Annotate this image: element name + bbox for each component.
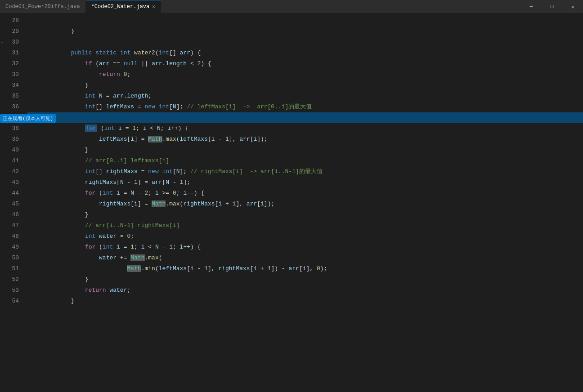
ln-42: 42 <box>0 166 22 177</box>
code-line-51: } <box>27 263 583 274</box>
code-line-53: } <box>27 285 583 296</box>
code-line-43: for (int i = N - 2; i >= 0; i--) { <box>27 177 583 188</box>
code-line-52: return water; <box>27 274 583 285</box>
code-content[interactable]: } public static int water2(int[] arr) { … <box>27 13 583 392</box>
ln-37: 37 <box>0 112 22 123</box>
ln-47: 47 <box>0 220 22 231</box>
tab-code01[interactable]: Code01_Power2Diffs.java <box>0 0 86 13</box>
tab-code02[interactable]: *Code02_Water.java ✕ <box>86 0 161 13</box>
close-button[interactable]: ✕ <box>562 0 583 13</box>
tab-label-code01: Code01_Power2Diffs.java <box>5 4 80 10</box>
code-area: 正在观看(仅本人可见) 28 29 30 31 32 33 34 35 36 3… <box>0 13 583 392</box>
ln-33: 33 <box>0 69 22 80</box>
code-line-48: for (int i = 1; i < N - 1; i++) { <box>27 231 583 242</box>
tab-bar: Code01_Power2Diffs.java *Code02_Water.ja… <box>0 0 583 13</box>
ln-31: 31 <box>0 48 22 58</box>
ln-54: 54 <box>0 296 22 307</box>
ln-48: 48 <box>0 231 22 242</box>
code-line-44: rightMaxs[i] = Math.max(rightMaxs[i + 1]… <box>27 188 583 199</box>
code-line-50: Math.min(leftMaxs[i - 1], rightMaxs[i + … <box>27 253 583 263</box>
ln-46: 46 <box>0 209 22 220</box>
ln-39: 39 <box>0 134 22 145</box>
minimize-button[interactable]: ─ <box>521 0 542 13</box>
ln-30: 30 <box>0 37 22 48</box>
window-controls: ─ □ ✕ <box>521 0 583 13</box>
ln-52: 52 <box>0 274 22 285</box>
code-line-30: public static int water2(int[] arr) { <box>27 37 583 48</box>
code-line-28: } <box>27 15 583 26</box>
code-line-40: // arr[0..i] leftmaxs[i] <box>27 145 583 156</box>
code-line-39: } <box>27 134 583 145</box>
ln-44: 44 <box>0 188 22 199</box>
line-numbers: 28 29 30 31 32 33 34 35 36 37 38 39 40 4… <box>0 13 27 392</box>
ln-45: 45 <box>0 199 22 209</box>
code-line-45: } <box>27 199 583 209</box>
code-line-41: int[] rightMaxs = new int[N]; // rightMa… <box>27 156 583 166</box>
editor-container: Code01_Power2Diffs.java *Code02_Water.ja… <box>0 0 583 392</box>
ln-28: 28 <box>0 15 22 26</box>
code-line-35: int[] leftMaxs = new int[N]; // leftMaxs… <box>27 91 583 102</box>
code-line-33: } <box>27 69 583 80</box>
code-line-47: int water = 0; <box>27 220 583 231</box>
code-line-49: water += Math.max( <box>27 242 583 253</box>
ln-29: 29 <box>0 26 22 37</box>
tab-close-code02[interactable]: ✕ <box>152 4 155 9</box>
ln-35: 35 <box>0 91 22 102</box>
code-line-42: rightMaxs[N - 1] = arr[N - 1]; <box>27 166 583 177</box>
code-line-46: // arr[i..N-1] rightMaxs[i] <box>27 209 583 220</box>
ln-49: 49 <box>0 242 22 253</box>
code-line-38: leftMaxs[i] = Math.max(leftMaxs[i - 1], … <box>27 123 583 134</box>
ln-36: 36 <box>0 102 22 112</box>
maximize-button[interactable]: □ <box>542 0 562 13</box>
code-line-36: leftMaxs[0] = arr[0]; // leftMaxs[0] -> … <box>27 102 583 112</box>
ln-50: 50 <box>0 253 22 263</box>
ln-34: 34 <box>0 80 22 91</box>
ln-41: 41 <box>0 156 22 166</box>
ln-53: 53 <box>0 285 22 296</box>
code-line-34: int N = arr.length; <box>27 80 583 91</box>
ln-43: 43 <box>0 177 22 188</box>
code-line-32: return 0; <box>27 58 583 69</box>
ln-32: 32 <box>0 58 22 69</box>
code-line-54 <box>27 296 583 307</box>
code-line-31: if (arr == null || arr.length < 2) { <box>27 48 583 58</box>
ln-38: 38 <box>0 123 22 134</box>
code-line-37: for (int i = 1; i < N; i++) { <box>27 112 583 123</box>
ln-51: 51 <box>0 263 22 274</box>
code-line-29 <box>27 26 583 37</box>
ln-40: 40 <box>0 145 22 156</box>
tab-label-code02: *Code02_Water.java <box>91 4 150 10</box>
